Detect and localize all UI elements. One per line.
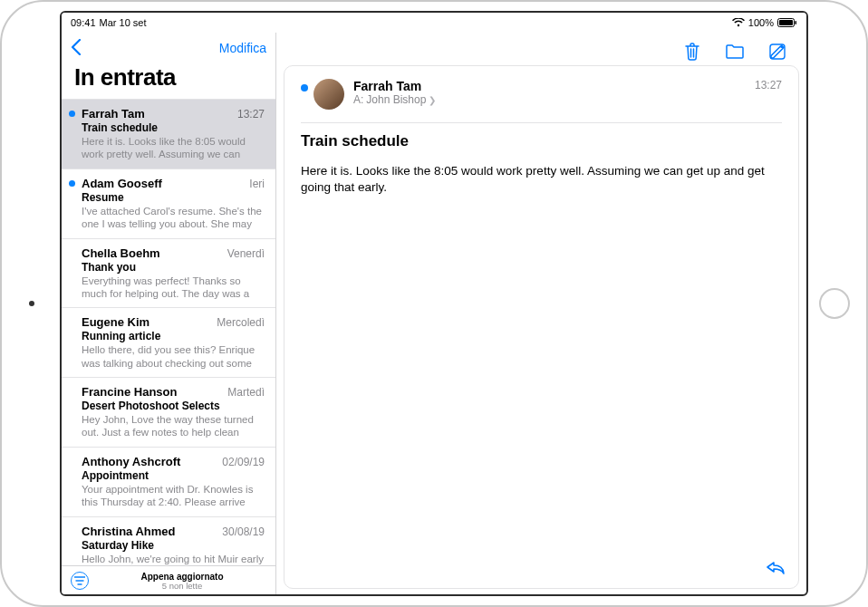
to-label: A: <box>353 93 363 106</box>
mail-item-preview: Everything was perfect! Thanks so much f… <box>82 275 265 301</box>
camera-dot <box>29 301 34 306</box>
mail-list[interactable]: Farrah Tam13:27Train scheduleHere it is.… <box>62 99 275 565</box>
ipad-frame: 09:41 Mar 10 set 100% <box>0 0 868 607</box>
divider <box>301 122 782 123</box>
to-name: John Bishop <box>366 93 426 106</box>
mail-item[interactable]: Eugene KimMercoledìRunning articleHello … <box>62 308 275 378</box>
reply-button[interactable] <box>766 559 786 579</box>
unread-dot-icon <box>69 180 75 187</box>
back-button[interactable] <box>71 39 82 58</box>
message-sender[interactable]: Farrah Tam <box>353 79 746 93</box>
delete-button[interactable] <box>683 42 701 62</box>
mail-item-subject: Desert Photoshoot Selects <box>82 400 265 412</box>
message-header: Farrah Tam A: John Bishop ❯ 13:27 <box>301 79 782 110</box>
mail-item-preview: Here it is. Looks like the 8:05 would wo… <box>82 135 265 161</box>
mail-item-sender: Farrah Tam <box>82 107 145 120</box>
statusbar-date: Mar 10 set <box>100 17 147 28</box>
mail-item-subject: Appointment <box>82 469 265 482</box>
mail-item-date: Ieri <box>249 178 265 190</box>
battery-percent: 100% <box>748 17 774 28</box>
message-time: 13:27 <box>755 79 782 92</box>
unread-dot-icon <box>301 84 308 92</box>
mail-item-sender: Francine Hanson <box>82 385 177 399</box>
edit-button[interactable]: Modifica <box>219 41 266 55</box>
mail-item[interactable]: Christina Ahmed30/08/19Saturday HikeHell… <box>62 517 275 565</box>
mail-item-date: Venerdì <box>227 247 265 260</box>
mail-item-sender: Adam Gooseff <box>82 177 162 190</box>
battery-icon <box>777 18 797 27</box>
message-recipient-row[interactable]: A: John Bishop ❯ <box>353 93 746 106</box>
mail-item-sender: Anthony Ashcroft <box>82 455 180 468</box>
footer-status: Appena aggiornato <box>98 572 266 582</box>
mail-item-preview: Hello there, did you see this? Enrique w… <box>82 343 265 370</box>
home-button[interactable] <box>819 288 850 319</box>
mail-item-preview: Your appointment with Dr. Knowles is thi… <box>82 483 265 509</box>
mail-item[interactable]: Chella BoehmVenerdìThank youEverything w… <box>62 239 275 309</box>
wifi-icon <box>732 18 745 27</box>
avatar[interactable] <box>313 79 344 110</box>
status-bar: 09:41 Mar 10 set 100% <box>62 13 806 33</box>
mail-item-preview: I've attached Carol's resume. She's the … <box>82 205 265 231</box>
sidebar-header: Modifica <box>62 33 275 63</box>
compose-button[interactable] <box>768 43 786 61</box>
screen: 09:41 Mar 10 set 100% <box>60 11 808 596</box>
message-subject: Train schedule <box>301 132 782 150</box>
mail-item-subject: Resume <box>82 191 265 204</box>
mail-item-subject: Thank you <box>82 261 265 274</box>
mailbox-sidebar: Modifica In entrata Farrah Tam13:27Train… <box>62 33 276 594</box>
filter-button[interactable] <box>71 572 89 590</box>
mail-item-sender: Chella Boehm <box>82 246 160 260</box>
svg-rect-2 <box>796 21 797 24</box>
sidebar-footer: Appena aggiornato 5 non lette <box>62 565 275 594</box>
chevron-right-icon: ❯ <box>429 95 436 105</box>
unread-dot-icon <box>69 111 75 117</box>
move-folder-button[interactable] <box>725 43 745 60</box>
footer-unread-count: 5 non lette <box>98 582 266 591</box>
mail-item-date: Mercoledì <box>217 316 265 329</box>
mailbox-title: In entrata <box>62 63 275 99</box>
mail-item-preview: Hello John, we're going to hit Muir earl… <box>82 553 265 565</box>
mail-item-subject: Saturday Hike <box>82 539 265 552</box>
message-body: Here it is. Looks like the 8:05 would wo… <box>301 163 782 196</box>
mail-item-subject: Running article <box>82 330 265 342</box>
mail-item-preview: Hey John, Love the way these turned out.… <box>82 413 265 439</box>
message-pane: Farrah Tam A: John Bishop ❯ 13:27 Train … <box>276 33 806 594</box>
mail-item[interactable]: Anthony Ashcroft02/09/19AppointmentYour … <box>62 448 275 517</box>
mail-item-date: 13:27 <box>237 108 265 120</box>
mail-item[interactable]: Farrah Tam13:27Train scheduleHere it is.… <box>62 100 275 169</box>
mail-item-sender: Christina Ahmed <box>82 525 176 538</box>
mail-item-date: 30/08/19 <box>222 525 265 538</box>
mail-item-sender: Eugene Kim <box>82 315 149 329</box>
statusbar-time: 09:41 <box>71 17 96 28</box>
mail-item[interactable]: Francine HansonMartedìDesert Photoshoot … <box>62 378 275 448</box>
mail-item-subject: Train schedule <box>82 121 265 134</box>
svg-rect-1 <box>779 20 793 25</box>
mail-item[interactable]: Adam GooseffIeriResumeI've attached Caro… <box>62 169 275 239</box>
mail-item-date: 02/09/19 <box>222 456 265 468</box>
message-card: Farrah Tam A: John Bishop ❯ 13:27 Train … <box>284 65 799 589</box>
mail-app: Modifica In entrata Farrah Tam13:27Train… <box>62 33 806 594</box>
detail-toolbar <box>284 38 799 65</box>
mail-item-date: Martedì <box>227 386 265 399</box>
